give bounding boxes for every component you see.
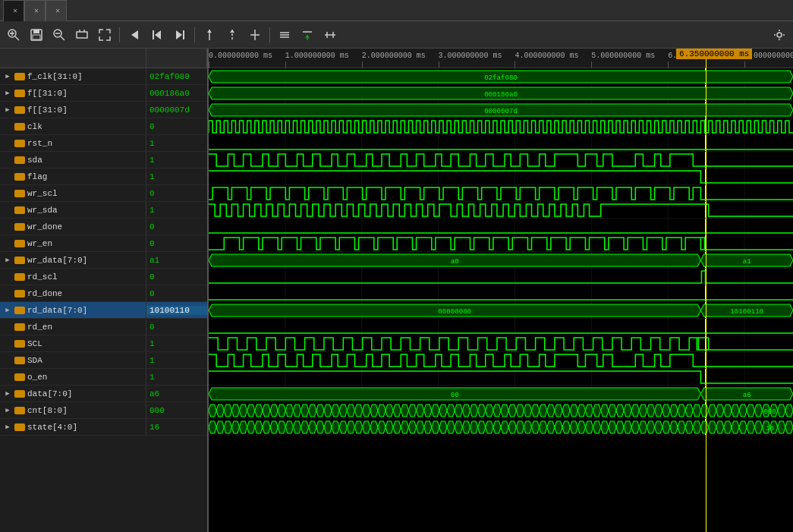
signal-row-flag[interactable]: flag1	[0, 168, 207, 185]
restore-button[interactable]	[781, 9, 787, 12]
svg-marker-365	[639, 421, 647, 433]
go-prev-button[interactable]	[124, 24, 145, 46]
signal-row-wr_data[interactable]: ▶wr_data[7:0]a1	[0, 252, 207, 269]
tab-iic-tb-close[interactable]: ✕	[34, 6, 39, 15]
signal-value-SDA: 1	[146, 356, 207, 365]
signal-row-cnt[interactable]: ▶cnt[8:0]000	[0, 402, 207, 419]
svg-marker-314	[247, 421, 255, 433]
signal-icon-rst_n	[14, 140, 25, 147]
wave-insert-button[interactable]	[297, 24, 318, 46]
signal-row-rd_en[interactable]: rd_en0	[0, 319, 207, 335]
signal-row-clk[interactable]: clk0	[0, 118, 207, 135]
tab-iic-wr-close[interactable]: ✕	[55, 6, 60, 15]
signal-row-o_en[interactable]: o_en1	[0, 369, 207, 386]
signal-row-wr_sda[interactable]: wr_sda1	[0, 202, 207, 219]
svg-marker-273	[585, 405, 593, 417]
signal-name-f_arr2: ▶f[[31:0]	[0, 102, 146, 118]
expand-icon-f_arr2[interactable]: ▶	[3, 105, 12, 114]
zoom-out-button[interactable]	[49, 24, 70, 46]
tab-untitled-close[interactable]: ✕	[13, 6, 17, 15]
svg-marker-259	[478, 405, 486, 417]
signal-row-SDA[interactable]: SDA1	[0, 352, 207, 369]
svg-marker-244	[363, 405, 370, 417]
svg-marker-317	[270, 421, 278, 433]
signal-row-f_arr2[interactable]: ▶f[[31:0]0000007d	[0, 102, 207, 118]
signal-icon-cnt	[14, 407, 25, 414]
signal-row-rd_done[interactable]: rd_done0	[0, 285, 207, 302]
svg-marker-243	[355, 405, 363, 417]
expand-icon-wr_data[interactable]: ▶	[3, 256, 12, 264]
tab-untitled[interactable]: ✕	[3, 0, 24, 21]
svg-marker-294	[747, 405, 754, 417]
expand-icon-state[interactable]: ▶	[3, 423, 12, 431]
help-button[interactable]	[770, 9, 776, 12]
signal-row-wr_en[interactable]: wr_en0	[0, 235, 207, 252]
expand-icon-rd_data[interactable]: ▶	[3, 306, 12, 314]
expand-icon-f_arr[interactable]: ▶	[3, 89, 12, 97]
signal-name-sda: sda	[0, 152, 146, 168]
svg-marker-272	[577, 405, 585, 417]
svg-marker-347	[501, 421, 508, 433]
signal-row-rst_n[interactable]: rst_n1	[0, 135, 207, 152]
signal-row-SCL[interactable]: SCL1	[0, 335, 207, 352]
signal-list[interactable]: ▶f_clk[31:0]02faf080▶f[[31:0]000186a0▶f[…	[0, 68, 207, 532]
svg-marker-292	[732, 405, 739, 417]
wave-row-SCL	[209, 335, 793, 352]
wave-canvas[interactable]: 02faf080000186a00000007da0a1000000001010…	[209, 68, 793, 532]
signal-name-wr_sda: wr_sda	[0, 202, 146, 218]
time-tick: 1.000000000 ms	[285, 52, 349, 60]
zoom-fit-button[interactable]	[71, 24, 93, 46]
wave-panel[interactable]: 6.350000000 ms 0.000000000 ms1.000000000…	[209, 49, 793, 532]
time-ref-button[interactable]	[244, 24, 266, 46]
signal-row-sda[interactable]: sda1	[0, 152, 207, 168]
full-expand-button[interactable]	[94, 24, 115, 46]
signal-icon-SCL	[14, 340, 25, 348]
svg-marker-374	[709, 421, 716, 433]
signal-row-state[interactable]: ▶state[4:0]16	[0, 419, 207, 436]
svg-marker-358	[585, 421, 593, 433]
signal-name-rst_n: rst_n	[0, 135, 146, 151]
svg-line-8	[61, 36, 65, 40]
expand-icon-f_clk[interactable]: ▶	[3, 72, 12, 80]
column-headers	[0, 49, 207, 68]
signal-icon-rd_scl	[14, 273, 25, 281]
cursor1-button[interactable]	[199, 24, 220, 46]
signal-value-f_clk: 02faf080	[146, 72, 207, 81]
signal-row-wr_done[interactable]: wr_done0	[0, 219, 207, 235]
settings-button[interactable]	[769, 24, 790, 46]
zoom-in-button[interactable]	[3, 24, 24, 46]
wave-row-rd_en	[209, 319, 793, 335]
tab-iic-wr[interactable]: ✕	[46, 0, 67, 21]
signal-label-f_arr: f[[31:0]	[27, 89, 68, 98]
svg-text:a6: a6	[743, 391, 751, 399]
save-button[interactable]	[26, 24, 47, 46]
signal-row-rd_data[interactable]: ▶rd_data[7:0]10100110	[0, 302, 207, 319]
signal-value-rd_en: 0	[146, 323, 207, 332]
signal-row-f_arr[interactable]: ▶f[[31:0]000186a0	[0, 85, 207, 102]
svg-marker-354	[555, 421, 562, 433]
signal-icon-f_arr	[14, 90, 25, 97]
cursor2-button[interactable]	[222, 24, 243, 46]
svg-marker-245	[370, 405, 378, 417]
wave-align-button[interactable]	[319, 24, 341, 46]
expand-icon-cnt[interactable]: ▶	[3, 406, 12, 414]
svg-marker-312	[231, 421, 239, 433]
svg-marker-333	[393, 421, 401, 433]
signal-row-data[interactable]: ▶data[7:0]a6	[0, 386, 207, 402]
signal-row-f_clk[interactable]: ▶f_clk[31:0]02faf080	[0, 68, 207, 85]
expand-icon-data[interactable]: ▶	[3, 389, 12, 398]
go-start-button[interactable]	[146, 24, 168, 46]
svg-marker-326	[339, 421, 347, 433]
svg-marker-316	[263, 421, 270, 433]
wave-group-button[interactable]	[274, 24, 295, 46]
signal-row-rd_scl[interactable]: rd_scl0	[0, 269, 207, 285]
signal-icon-state	[14, 423, 25, 431]
svg-marker-319	[285, 421, 293, 433]
signal-row-wr_scl[interactable]: wr_scl0	[0, 185, 207, 202]
tab-iic-tb[interactable]: ✕	[24, 0, 46, 21]
go-end-button[interactable]	[169, 24, 190, 46]
wave-row-rst_n	[209, 135, 793, 152]
signal-name-SDA: SDA	[0, 352, 146, 368]
svg-marker-236	[301, 405, 309, 417]
signal-value-f_arr2: 0000007d	[146, 105, 207, 115]
